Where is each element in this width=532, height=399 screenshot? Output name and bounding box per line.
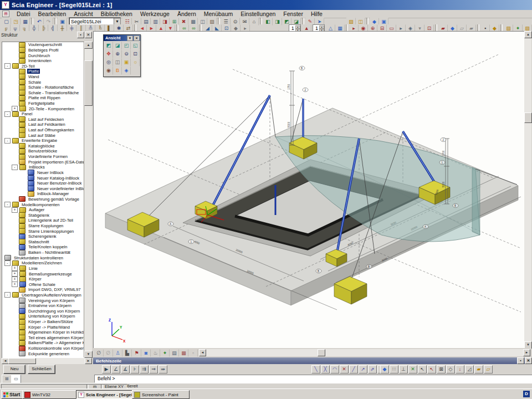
view-toolbar-title[interactable]: Ansicht ▼ ✕ [104, 35, 140, 41]
tree-item[interactable]: Vordefinierte Formen [2, 154, 84, 160]
tree-expander-icon[interactable]: + [12, 207, 18, 213]
tree-item[interactable]: Starre Kopplungen [2, 223, 84, 229]
tree-item[interactable]: Projekt importieren (ESA-Datei) [2, 159, 84, 165]
scroll-left-icon[interactable]: ◄ [199, 349, 206, 356]
tree-item[interactable]: Unterteilung von Körpern [2, 314, 84, 319]
tree-expander-icon[interactable]: - [4, 138, 11, 144]
tree-item[interactable]: Platte [2, 69, 84, 74]
tree-item[interactable]: +Offene Schale [2, 282, 84, 287]
scroll-up-icon[interactable]: ▲ [524, 31, 532, 38]
spinner-arrows-icon[interactable]: ▲▼ [295, 25, 300, 31]
menu-fenster[interactable]: Fenster [279, 11, 307, 17]
scroll-up-icon[interactable]: ▲ [84, 42, 93, 49]
tree-item[interactable]: -Modellieren/Zeichnen [2, 260, 84, 266]
close-icon[interactable]: ✕ [85, 32, 92, 38]
pin-icon[interactable]: ▪ [77, 32, 84, 38]
render-icon[interactable]: ◉ [104, 66, 113, 75]
tree-item[interactable]: Schale - Rotationsfläche [2, 85, 84, 90]
toolbar-icon[interactable]: ▩ [179, 349, 188, 357]
scroll-thumb[interactable] [84, 60, 93, 106]
menu-werkzeuge[interactable]: Werkzeuge [136, 11, 173, 17]
tree-expander-icon[interactable]: - [4, 63, 11, 69]
tree-item[interactable]: Liniengelenk auf 2D-Teil [2, 218, 84, 223]
tree-expander-icon[interactable]: - [4, 111, 11, 117]
tree-item[interactable]: Beliebiges Profil [2, 48, 84, 53]
toolbar-icon[interactable]: ╱ [349, 365, 358, 374]
scroll-thumb[interactable] [8, 358, 36, 364]
scroll-right-icon[interactable]: ► [85, 358, 92, 364]
taskbar-paint[interactable]: Screenshot - Paint [132, 390, 190, 399]
toolbar-icon[interactable]: ▱ [484, 365, 493, 374]
toolbar-icon[interactable]: ◙ [141, 349, 151, 357]
toolbar-icon[interactable]: ╲ [311, 365, 320, 374]
menu-aendern[interactable]: Ändern [173, 11, 200, 17]
tree-item[interactable]: Strukturdaten kontrollieren [2, 255, 84, 260]
toolbar-icon[interactable]: ╳ [321, 365, 330, 374]
ucs-icon[interactable]: ✥ [104, 50, 113, 58]
start-button[interactable]: Start [1, 390, 24, 399]
toolbar-icon[interactable]: ⚑ [132, 349, 141, 357]
tree-item[interactable]: Last auf Öffnungskanten [2, 127, 84, 133]
tree-item[interactable]: Durchbruch [2, 53, 84, 58]
tree-expander-icon[interactable]: + [12, 265, 18, 271]
toolbar-icon[interactable]: ∅ [94, 349, 104, 357]
tree-item[interactable]: Teile/Knoten koppeln [2, 244, 84, 250]
view-y-icon[interactable]: ◪ [113, 42, 122, 50]
tree-item[interactable]: Starre Linienkopplungen [2, 228, 84, 234]
toolbar-icon[interactable]: ∅ [104, 349, 113, 357]
tree-item[interactable]: Balken - Nichtlinearität [2, 250, 84, 255]
zoom-all-icon[interactable]: ◎ [104, 58, 113, 66]
toolbar-icon[interactable]: ⌂ [249, 18, 259, 25]
menu-menuebaum[interactable]: Menübaum [200, 11, 237, 17]
tree-expander-icon[interactable]: + [12, 282, 18, 287]
tree-item[interactable]: Eckpunkte generieren [2, 351, 84, 356]
tree-item[interactable]: Benutzerblöcke [2, 149, 84, 154]
tree-item[interactable]: Fertigteilplatte [2, 101, 84, 106]
tree-expander-icon[interactable]: - [4, 202, 11, 207]
tree-item[interactable]: Last auf Feldkanten [2, 122, 84, 127]
tree-expander-icon[interactable]: - [4, 292, 11, 298]
toolbar-icon[interactable]: ⇉ [140, 365, 149, 374]
tree-item[interactable]: Stabgelenk [2, 213, 84, 218]
toolbar-icon[interactable]: ✦ [160, 349, 170, 357]
tree-item[interactable]: +Auflager [2, 207, 84, 213]
viewport-hscrollbar[interactable]: ◄ ► [199, 349, 530, 356]
select-icon[interactable]: ▶ [102, 365, 111, 374]
tree-item[interactable]: Bewehrung gemäß Vorlage [2, 197, 84, 202]
tree-item[interactable]: Scherengelenk [2, 234, 84, 239]
toolbar-icon[interactable]: ∡ [121, 365, 130, 374]
tree-item[interactable]: +Bemaßungswerkzeuge [2, 271, 84, 277]
toolbar-icon[interactable]: ✕ [340, 365, 349, 374]
toolbar-icon[interactable]: ▤ [170, 349, 179, 357]
toolbar-icon[interactable]: ◠ [330, 365, 339, 374]
layers-icon[interactable]: ▣ [122, 58, 131, 66]
tree-item[interactable]: Allgemeinen Körper in Hohlkörper [2, 330, 84, 335]
tree-item[interactable]: Entnahme von Körpern [2, 303, 84, 309]
toolbar-icon[interactable]: ▫ [188, 349, 198, 357]
tree-item[interactable]: Teil eines allgemeinen Körpers zu Ba [2, 335, 84, 341]
tree-item[interactable]: -Erweiterte Eingabe [2, 138, 84, 144]
model-3d-scene[interactable]: 15000 18000 4050 4050 5650 4050 15000 50… [93, 31, 524, 348]
tree-item[interactable]: Balken/Platte -> Allgemeiner Körper [2, 340, 84, 346]
tree-item[interactable]: +2D-Teile - Komponenten [2, 106, 84, 111]
tree-expander-icon[interactable]: + [12, 277, 18, 282]
zoom-selection-icon[interactable]: ◫ [113, 58, 122, 66]
toolbar-icon[interactable]: ⊦ [130, 365, 139, 374]
tree-item[interactable]: Last auf Feldecken [2, 117, 84, 122]
tree-item[interactable]: Neuer Katalog-InBlock [2, 175, 84, 181]
menu-datei[interactable]: Datei [13, 11, 34, 17]
tree-item[interactable]: Körper -> Platte/Wand [2, 324, 84, 330]
menu-bibliotheken[interactable]: Bibliotheken [97, 11, 136, 17]
tree-item[interactable]: Neuer Benutzer-InBlock [2, 181, 84, 186]
toolbar-icon[interactable]: ⇛ [158, 365, 167, 374]
toolbar-icon[interactable]: ▰ [474, 365, 483, 374]
scroll-down-icon[interactable]: ▼ [84, 351, 93, 358]
language-tray-icon[interactable]: D [523, 391, 530, 397]
tree-item[interactable]: Körper -> Balken/Stütze [2, 319, 84, 325]
toolbar-icon[interactable]: ↗ [359, 365, 367, 374]
tree-item[interactable]: InBlock-Manager [2, 191, 84, 197]
tree-item[interactable]: -Übertragen/Aufteilen/Vereinigen [2, 293, 84, 298]
spinner-arrows-icon[interactable]: ▲▼ [319, 25, 324, 31]
view-z-icon[interactable]: ◰ [122, 42, 131, 50]
structure-tab[interactable]: ⊞ [2, 375, 12, 383]
